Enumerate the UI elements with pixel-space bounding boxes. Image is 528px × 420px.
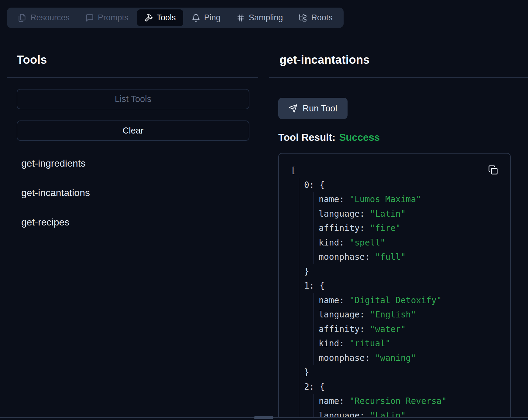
- tab-bar: Resources Prompts Tools Ping: [7, 8, 344, 28]
- tab-label: Tools: [157, 13, 176, 22]
- bell-icon: [192, 14, 200, 22]
- json-line: name: "Lumos Maxima": [291, 192, 510, 207]
- json-val: "fire": [370, 223, 401, 233]
- json-val: "waning": [375, 353, 416, 363]
- json-line: 0: {: [291, 178, 510, 192]
- json-val: "spell": [349, 238, 385, 248]
- tools-panel-title: Tools: [17, 53, 47, 66]
- json-brace: }: [304, 266, 309, 276]
- left-panel-divider: [7, 77, 258, 78]
- indent-guide: [314, 293, 314, 365]
- tool-item-get-recipes[interactable]: get-recipes: [21, 217, 69, 228]
- json-line: [: [291, 163, 510, 178]
- json-val: "water": [370, 324, 406, 334]
- tab-label: Roots: [311, 13, 333, 22]
- json-val: "Latin": [370, 209, 406, 219]
- json-key: kind:: [319, 338, 349, 348]
- copy-icon-button[interactable]: [488, 164, 499, 175]
- tool-result-label: Tool Result:: [278, 132, 335, 143]
- json-line: name: "Recursion Reversa": [291, 394, 510, 408]
- json-val: "Recursion Reversa": [349, 396, 447, 406]
- tab-sampling[interactable]: Sampling: [229, 9, 290, 26]
- indent-guide: [314, 394, 314, 418]
- bottom-pane-divider: [0, 417, 528, 418]
- json-brace: {: [320, 281, 325, 291]
- json-key: language:: [319, 310, 370, 320]
- json-tree: [0: {name: "Lumos Maxima"language: "Lati…: [279, 154, 510, 418]
- tab-ping[interactable]: Ping: [184, 9, 228, 26]
- tool-item-get-incantations[interactable]: get-incantations: [21, 187, 90, 198]
- json-brace: }: [304, 367, 309, 377]
- message-square-icon: [85, 14, 94, 22]
- send-icon: [289, 104, 297, 113]
- json-line: language: "Latin": [291, 408, 510, 418]
- tool-result-status: Success: [339, 132, 380, 143]
- json-val: "English": [370, 310, 416, 320]
- run-tool-button[interactable]: Run Tool: [278, 98, 348, 119]
- json-bracket: [: [291, 165, 296, 175]
- json-key: affinity:: [319, 223, 370, 233]
- tab-roots[interactable]: Roots: [291, 9, 340, 26]
- json-val: "Digital Detoxify": [349, 295, 441, 305]
- json-line: 2: {: [291, 380, 510, 394]
- json-line: kind: "ritual": [291, 336, 510, 351]
- tool-detail-title: get-incantations: [279, 53, 370, 66]
- json-line: moonphase: "waning": [291, 351, 510, 365]
- json-idx: 0:: [304, 180, 320, 190]
- tab-label: Sampling: [249, 13, 283, 22]
- hash-icon: [236, 14, 245, 22]
- json-line: }: [291, 264, 510, 279]
- tab-tools[interactable]: Tools: [137, 9, 183, 26]
- json-line: moonphase: "full": [291, 250, 510, 264]
- indent-guide: [299, 178, 299, 418]
- tool-result-line: Tool Result:Success: [278, 132, 380, 143]
- tab-prompts[interactable]: Prompts: [78, 9, 136, 26]
- json-key: kind:: [319, 238, 349, 248]
- copy-icon: [488, 165, 499, 175]
- tab-label: Ping: [204, 13, 221, 22]
- bottom-pane-resize-handle[interactable]: [254, 416, 273, 419]
- clear-button[interactable]: Clear: [17, 120, 249, 141]
- json-key: language:: [319, 209, 370, 219]
- json-line: language: "English": [291, 307, 510, 322]
- json-idx: 1:: [304, 281, 320, 291]
- json-line: kind: "spell": [291, 235, 510, 250]
- json-brace: {: [320, 382, 325, 392]
- json-line: language: "Latin": [291, 207, 510, 221]
- list-tools-button[interactable]: List Tools: [17, 89, 249, 109]
- right-panel-divider: [269, 77, 528, 78]
- indent-guide: [314, 192, 314, 264]
- json-val: "ritual": [349, 338, 390, 348]
- json-brace: {: [320, 180, 325, 190]
- files-icon: [18, 14, 26, 22]
- json-key: language:: [319, 411, 370, 418]
- tab-label: Resources: [30, 13, 70, 22]
- json-line: }: [291, 365, 510, 380]
- json-line: 1: {: [291, 279, 510, 293]
- json-val: "Latin": [370, 411, 406, 418]
- json-key: affinity:: [319, 324, 370, 334]
- json-key: moonphase:: [319, 252, 375, 262]
- json-idx: 2:: [304, 382, 320, 392]
- json-key: moonphase:: [319, 353, 375, 363]
- json-line: affinity: "water": [291, 322, 510, 337]
- folder-tree-icon: [299, 14, 307, 22]
- json-key: name:: [319, 194, 349, 204]
- hammer-icon: [144, 14, 153, 22]
- tab-resources[interactable]: Resources: [11, 9, 77, 26]
- json-line: name: "Digital Detoxify": [291, 293, 510, 308]
- tool-item-get-ingredients[interactable]: get-ingredients: [21, 158, 86, 169]
- json-val: "Lumos Maxima": [349, 194, 421, 204]
- json-key: name:: [319, 396, 349, 406]
- tool-result-json-box: [0: {name: "Lumos Maxima"language: "Lati…: [278, 153, 511, 418]
- tab-label: Prompts: [98, 13, 129, 22]
- run-tool-label: Run Tool: [303, 103, 337, 113]
- json-line: affinity: "fire": [291, 221, 510, 235]
- json-key: name:: [319, 295, 349, 305]
- json-val: "full": [375, 252, 406, 262]
